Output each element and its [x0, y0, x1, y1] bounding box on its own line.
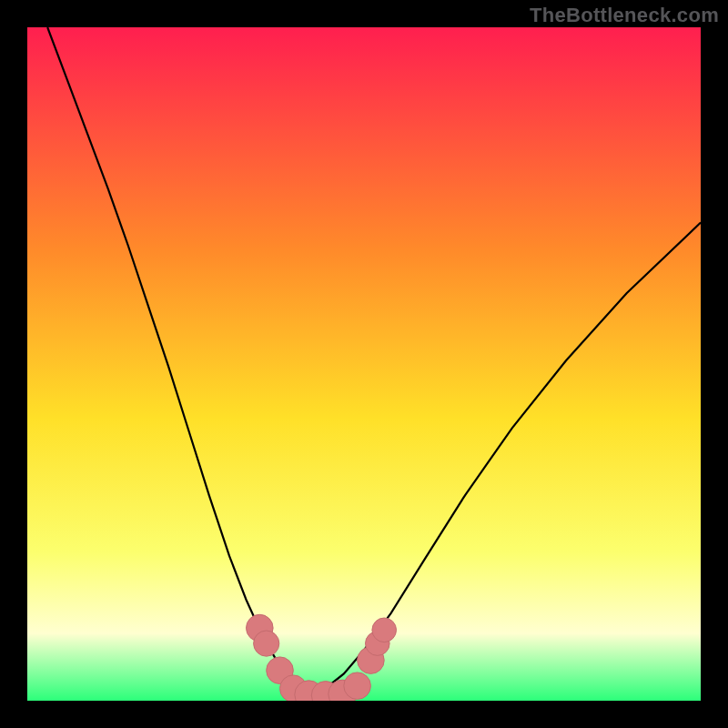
data-marker [254, 631, 279, 656]
plot-area [27, 27, 701, 701]
data-marker [372, 618, 397, 642]
gradient-background [27, 27, 701, 701]
watermark-text: TheBottleneck.com [530, 4, 719, 27]
chart-svg [27, 27, 701, 701]
data-marker [344, 672, 371, 700]
chart-frame: TheBottleneck.com [0, 0, 728, 728]
